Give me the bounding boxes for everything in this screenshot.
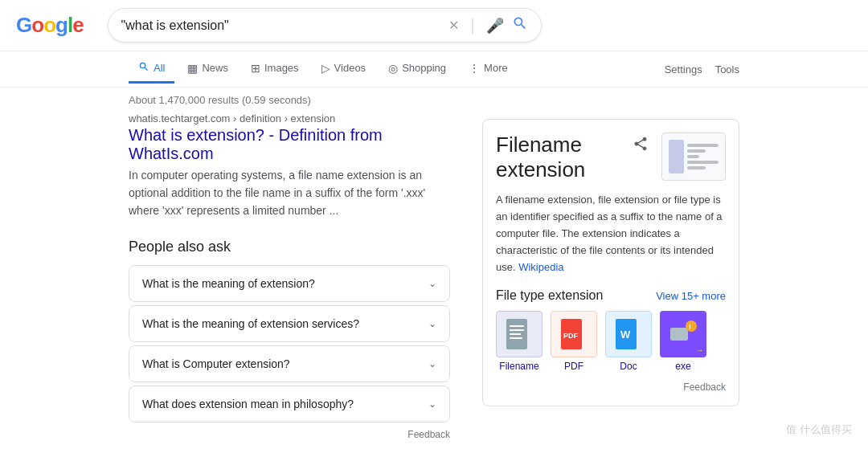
paa-question-text-4: What does extension mean in philosophy? xyxy=(142,398,354,410)
all-icon xyxy=(138,61,149,75)
news-icon: ▦ xyxy=(187,62,198,75)
paa-item-4[interactable]: What does extension mean in philosophy? … xyxy=(129,386,450,422)
paa-question-3[interactable]: What is Computer extension? ⌄ xyxy=(129,346,449,382)
shopping-icon: ◎ xyxy=(388,62,398,75)
tools-link[interactable]: Tools xyxy=(715,63,739,76)
paa-question-text-2: What is the meaning of extension service… xyxy=(142,317,359,330)
paa-question-text-1: What is the meaning of extension? xyxy=(142,277,315,290)
file-type-pdf[interactable]: PDF PDF xyxy=(551,311,597,372)
svg-text:W: W xyxy=(620,329,631,341)
nav-tabs: All ▦ News ⊞ Images ▷ Videos ◎ Shopping … xyxy=(0,51,868,88)
svg-point-11 xyxy=(686,320,697,332)
tab-more-label: More xyxy=(484,62,508,74)
wikipedia-link[interactable]: Wikipedia xyxy=(518,261,563,273)
kp-description: A filename extension, file extension or … xyxy=(496,192,726,275)
tab-news[interactable]: ▦ News xyxy=(178,55,238,84)
search-input[interactable] xyxy=(121,18,441,33)
knowledge-panel: Filenameextension xyxy=(482,119,739,406)
chevron-down-icon-2: ⌄ xyxy=(428,318,436,329)
images-icon: ⊞ xyxy=(251,62,260,75)
file-type-pdf-label: PDF xyxy=(564,361,583,372)
result-snippet: In computer operating systems, a file na… xyxy=(129,166,450,219)
chevron-down-icon-4: ⌄ xyxy=(428,398,436,410)
google-logo: Google xyxy=(16,13,84,38)
people-also-ask-section: People also ask What is the meaning of e… xyxy=(129,239,450,440)
file-type-doc-label: Doc xyxy=(620,361,637,372)
paa-title: People also ask xyxy=(129,239,450,255)
svg-rect-1 xyxy=(510,325,524,327)
tab-more[interactable]: ⋮ More xyxy=(459,55,518,84)
paa-question-4[interactable]: What does extension mean in philosophy? … xyxy=(129,386,449,422)
clear-search-icon[interactable]: ✕ xyxy=(448,18,459,33)
svg-rect-10 xyxy=(670,328,688,341)
tab-all-label: All xyxy=(154,62,165,74)
tab-news-label: News xyxy=(202,62,228,74)
kp-image-thumbnail xyxy=(661,133,726,181)
mic-icon[interactable]: 🎤 xyxy=(486,17,504,35)
left-column: whatis.techtarget.com › definition › ext… xyxy=(129,112,450,453)
main-content: whatis.techtarget.com › definition › ext… xyxy=(0,112,868,453)
file-type-exe[interactable]: ! → exe xyxy=(660,311,706,372)
kp-title: Filenameextension xyxy=(496,133,633,182)
paa-item-2[interactable]: What is the meaning of extension service… xyxy=(129,305,450,342)
header: Google ✕ | 🎤 xyxy=(0,0,868,51)
paa-item-3[interactable]: What is Computer extension? ⌄ xyxy=(129,345,450,382)
nav-right: Settings Tools xyxy=(665,63,739,76)
right-column: Filenameextension xyxy=(482,112,739,453)
paa-question-2[interactable]: What is the meaning of extension service… xyxy=(129,306,449,341)
tab-images[interactable]: ⊞ Images xyxy=(241,55,309,84)
tab-videos-label: Videos xyxy=(334,62,366,74)
settings-link[interactable]: Settings xyxy=(665,63,702,76)
svg-rect-4 xyxy=(510,337,522,339)
file-type-filename[interactable]: Filename xyxy=(496,311,542,372)
tab-shopping[interactable]: ◎ Shopping xyxy=(379,55,456,84)
result-url-text: whatis.techtarget.com › definition › ext… xyxy=(129,112,335,124)
chevron-down-icon-3: ⌄ xyxy=(428,358,436,369)
kp-file-types: Filename PDF PDF xyxy=(496,311,726,372)
result-title[interactable]: What is extension? - Definition from Wha… xyxy=(129,126,450,163)
paa-question-1[interactable]: What is the meaning of extension? ⌄ xyxy=(129,266,449,301)
search-submit-icon[interactable] xyxy=(512,15,528,35)
file-type-doc[interactable]: W Doc xyxy=(605,311,652,372)
kp-section-title: File type extension View 15+ more xyxy=(496,288,726,303)
kp-feedback-link[interactable]: Feedback xyxy=(496,382,726,393)
paa-item-1[interactable]: What is the meaning of extension? ⌄ xyxy=(129,265,450,302)
svg-rect-3 xyxy=(510,333,521,335)
svg-text:PDF: PDF xyxy=(563,332,579,340)
result-url: whatis.techtarget.com › definition › ext… xyxy=(129,112,450,124)
svg-text:!: ! xyxy=(689,323,691,331)
kp-header: Filenameextension xyxy=(496,133,726,182)
watermark: 值 什么值得买 xyxy=(786,422,852,437)
tab-images-label: Images xyxy=(264,62,299,74)
results-stats: About 1,470,000 results (0.59 seconds) xyxy=(0,88,868,112)
search-bar[interactable]: ✕ | 🎤 xyxy=(108,8,542,43)
view-more-link[interactable]: View 15+ more xyxy=(656,290,726,302)
tab-videos[interactable]: ▷ Videos xyxy=(312,55,376,84)
svg-rect-2 xyxy=(510,329,524,331)
tab-shopping-label: Shopping xyxy=(402,62,446,74)
tab-all[interactable]: All xyxy=(129,55,174,84)
file-type-filename-label: Filename xyxy=(499,361,538,372)
videos-icon: ▷ xyxy=(321,62,330,75)
file-type-exe-label: exe xyxy=(675,361,690,372)
share-icon[interactable] xyxy=(633,136,649,156)
result-item: whatis.techtarget.com › definition › ext… xyxy=(129,112,450,219)
chevron-down-icon: ⌄ xyxy=(428,278,436,289)
feedback-link-paa[interactable]: Feedback xyxy=(129,429,450,440)
more-dots-icon: ⋮ xyxy=(469,62,480,75)
paa-question-text-3: What is Computer extension? xyxy=(142,357,290,370)
